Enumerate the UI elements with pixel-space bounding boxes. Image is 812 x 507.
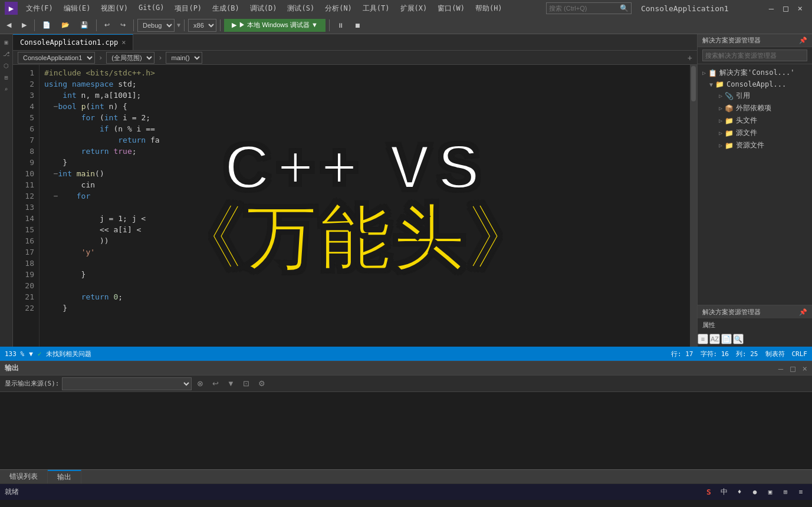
symbol-select[interactable]: main() [166,52,202,64]
chevron-right-icon: ▷ [719,93,722,99]
forward-btn[interactable]: ▶ [18,19,31,32]
dot-icon[interactable]: ● [748,486,761,499]
tab-close-btn[interactable]: × [121,38,126,47]
editor-tab[interactable]: ConsoleApplication1.cpp × [13,34,133,50]
line-num: 8 [15,146,34,157]
output-maximize-btn[interactable]: □ [790,364,795,373]
save-btn[interactable]: 💾 [76,19,93,32]
run-btn[interactable]: ▶ ▶ 本地 Windows 调试器 ▼ [224,19,326,32]
solution-explorer-bottom-title: 解决方案资源管理器 [702,308,761,317]
line-num: 3 [15,90,34,101]
sogou-icon[interactable]: S [702,486,715,499]
add-tab-btn[interactable]: + [688,53,692,62]
output-minimize-btn[interactable]: — [778,364,783,373]
arch-select[interactable]: x86 [188,19,216,32]
solution-root[interactable]: ▷ 📋 解决方案'Consol...' [698,67,812,79]
line-numbers: 1 2 3 4 5 6 7 8 9 10 11 12 13 14 15 16 1… [13,65,40,347]
sources-label: 源文件 [736,128,757,138]
sources-node[interactable]: ▷ 📁 源文件 [698,127,812,139]
zoom-level: 133 % [5,350,24,358]
window-maximize[interactable]: □ [778,4,793,13]
breakpoint-btn[interactable]: ⏸ [333,19,348,32]
solution-search-input[interactable] [702,50,807,61]
headers-node[interactable]: ▷ 📁 头文件 [698,114,812,127]
references-node[interactable]: ▷ 📎 引用 [698,90,812,102]
undo-btn[interactable]: ↩ [100,19,114,32]
search-box[interactable]: 🔍 [546,2,632,14]
scope-select[interactable]: (全局范围) [106,52,154,64]
output-toolbar: 显示输出来源(S): ⊗ ↩ ▼ ⊡ ⚙ [0,376,812,392]
output-copy-btn[interactable]: ⊡ [240,377,253,390]
output-tab[interactable]: 输出 [48,470,81,483]
output-wrap-btn[interactable]: ↩ [209,377,222,390]
pin-icon[interactable]: 📌 [799,37,807,44]
props-search-btn[interactable]: 🔍 [733,334,744,344]
open-btn[interactable]: 📂 [57,19,74,32]
menu-edit[interactable]: 编辑(E) [59,2,96,15]
list-icon[interactable]: ≡ [794,486,807,499]
back-btn[interactable]: ◀ [2,19,15,32]
menu-test[interactable]: 测试(S) [282,2,319,15]
pin-bottom-icon[interactable]: 📌 [799,308,807,316]
redo-btn[interactable]: ↪ [116,19,130,32]
new-file-btn[interactable]: 📄 [38,19,55,32]
chevron-right-icon: ▷ [719,117,722,124]
scrollbar-thumb[interactable] [691,66,696,101]
solution-label: 解决方案'Consol...' [719,68,794,78]
menu-analyze[interactable]: 分析(N) [320,2,357,15]
grid-icon[interactable]: ▣ [764,486,777,499]
zoom-dropdown-icon[interactable]: ▼ [29,350,33,358]
menu-extensions[interactable]: 扩展(X) [396,2,432,15]
line-ending-indicator: CRLF [792,350,808,358]
status-icon: ✓ [38,350,42,358]
menu-git[interactable]: Git(G) [134,2,169,15]
external-deps-icon: 📦 [725,104,734,113]
mic-icon[interactable]: ♦ [733,486,746,499]
char-indicator: 字符: 16 [701,350,729,358]
menu-debug[interactable]: 调试(D) [245,2,282,15]
errors-tab[interactable]: 错误列表 [0,470,48,483]
output-filter-btn[interactable]: ▼ [225,377,238,390]
menu-help[interactable]: 帮助(H) [471,2,507,15]
toolbar-sep-3 [133,19,134,31]
external-deps-node[interactable]: ▷ 📦 外部依赖项 [698,102,812,114]
window-minimize[interactable]: — [764,4,778,13]
menu-file[interactable]: 文件(F) [21,2,58,15]
props-categorized-btn[interactable]: ≡ [698,334,708,344]
resources-icon: 📁 [725,141,734,150]
output-source-select[interactable] [62,377,192,390]
code-editor[interactable]: 1 2 3 4 5 6 7 8 9 10 11 12 13 14 15 16 1… [13,65,697,347]
menu-build[interactable]: 生成(B) [208,2,244,15]
line-num: 10 [15,168,34,179]
right-panel-footer: 解决方案资源管理器 📌 属性 ≡ AZ 📄 🔍 [698,305,812,347]
window-close[interactable]: × [793,4,807,13]
menu-tools[interactable]: 工具(T) [358,2,395,15]
resources-node[interactable]: ▷ 📁 资源文件 [698,139,812,152]
menu-window[interactable]: 窗口(W) [433,2,469,15]
props-pages-btn[interactable]: 📄 [721,334,732,344]
props-alpha-btn[interactable]: AZ [709,334,720,344]
code-content[interactable]: #include <bits/stdc++.h> using namespace… [40,65,690,347]
toolbar-sep-6 [329,19,330,31]
solution-tree: ▷ 📋 解决方案'Consol...' ▼ 📁 ConsoleAppl... ▷… [698,64,812,154]
vertical-scrollbar[interactable] [690,65,697,347]
chevron-right-icon: ▷ [719,142,722,149]
stop-btn[interactable]: ⏹ [350,19,365,32]
output-close-btn[interactable]: × [803,364,807,373]
server-icon: ▣ [1,37,12,47]
project-select[interactable]: ConsoleApplication1 [18,52,95,64]
ime-icon[interactable]: 中 [718,486,731,499]
menu-view[interactable]: 视图(V) [96,2,133,15]
nav-arrow-2: › [157,54,163,62]
output-clear-btn[interactable]: ⊗ [194,377,207,390]
menu-icon[interactable]: ⊞ [779,486,792,499]
menu-project[interactable]: 项目(P) [170,2,206,15]
output-header: 输出 — □ × [0,361,812,376]
menu-bar: 文件(F) 编辑(E) 视图(V) Git(G) 项目(P) 生成(B) 调试(… [21,2,546,15]
line-num: 18 [15,258,34,269]
right-panel: 解决方案资源管理器 📌 ▷ 📋 解决方案'Consol...' ▼ 📁 Cons… [697,34,812,347]
debug-config-select[interactable]: Debug [137,19,175,32]
output-settings-btn[interactable]: ⚙ [255,377,268,390]
search-input[interactable] [549,5,620,12]
project-node[interactable]: ▼ 📁 ConsoleAppl... [698,79,812,90]
